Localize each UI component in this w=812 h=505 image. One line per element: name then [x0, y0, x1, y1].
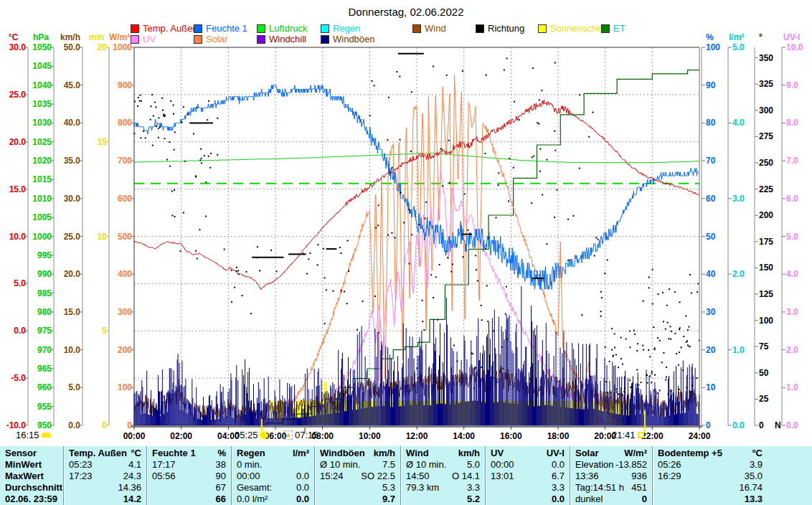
svg-text:10: 10	[706, 382, 716, 392]
svg-text:955: 955	[37, 402, 52, 412]
time-annotation: 16:15	[16, 430, 51, 440]
svg-text:15.0: 15.0	[9, 184, 27, 194]
svg-text:1015: 1015	[32, 174, 52, 184]
table-column-uv: UVUV-I00:000.013:016.73.30.0	[485, 446, 570, 505]
table-cell: 05:263.9	[653, 459, 812, 471]
svg-text:965: 965	[37, 364, 52, 374]
legend-color-swatch	[601, 24, 610, 33]
table-cell: Regenl/m²	[232, 448, 314, 459]
time-annotation: ▲07:15	[284, 430, 318, 440]
table-cell: Tag:14:51 h451	[570, 482, 652, 494]
svg-text:80: 80	[706, 118, 716, 128]
svg-text:UV-I: UV-I	[783, 32, 800, 42]
svg-text:18:00: 18:00	[547, 431, 570, 441]
svg-text:30.0: 30.0	[9, 42, 27, 52]
svg-text:1035: 1035	[32, 99, 52, 109]
svg-text:02:00: 02:00	[170, 431, 192, 441]
legend-color-swatch	[194, 35, 202, 44]
svg-text:985: 985	[37, 288, 52, 298]
table-cell: 13:016.7	[486, 471, 570, 482]
svg-text:75: 75	[759, 341, 769, 351]
svg-text:5: 5	[102, 326, 107, 336]
annotation-time: 16:15	[16, 430, 39, 440]
legend-label: UV	[143, 34, 156, 44]
svg-text:1.0: 1.0	[732, 345, 745, 355]
svg-text:10.0: 10.0	[64, 345, 81, 355]
svg-text:995: 995	[37, 250, 52, 260]
svg-text:10.0: 10.0	[786, 42, 803, 52]
legend-item-sonnenschein: Sonnenschein	[538, 24, 609, 33]
svg-text:150: 150	[759, 263, 773, 273]
legend-color-swatch	[321, 24, 329, 33]
svg-text:1010: 1010	[32, 194, 52, 204]
svg-text:0: 0	[759, 420, 764, 430]
legend-item-feuchte-1: Feuchte 1	[194, 24, 247, 33]
weather-plot: -10.0-5.00.05.010.015.020.025.030.0°C950…	[0, 0, 812, 446]
svg-text:2.0: 2.0	[786, 345, 798, 355]
table-column-bodentemp-5: Bodentemp +5°C05:263.916:2935.016.7413.3	[652, 446, 812, 505]
svg-text:25.0: 25.0	[9, 90, 27, 100]
svg-text:250: 250	[759, 158, 773, 168]
svg-text:10.0: 10.0	[9, 232, 27, 242]
table-cell: 9.7	[315, 494, 400, 505]
sun-icon	[260, 432, 267, 438]
table-cell: Elevation-13.852	[570, 459, 652, 471]
table-cell: 5.3	[315, 482, 400, 494]
legend-item-regen: Regen	[321, 24, 360, 33]
legend-item-solar: Solar	[194, 34, 227, 44]
legend-item-windb-en: Windböen	[321, 34, 375, 44]
svg-text:5.0: 5.0	[732, 42, 745, 52]
arrow-up-icon: ▲	[284, 430, 293, 440]
svg-text:1040: 1040	[32, 80, 52, 90]
table-cell: 15:24SO 22.5	[315, 471, 400, 482]
square-icon	[638, 432, 644, 438]
svg-text:45.0: 45.0	[64, 80, 81, 90]
legend-item-uv: UV	[131, 34, 156, 44]
table-cell: 16:2935.0	[653, 471, 812, 482]
svg-text:1045: 1045	[32, 61, 52, 71]
legend-item-richtung: Richtung	[476, 24, 524, 33]
svg-text:10: 10	[98, 232, 108, 242]
legend-label: ET	[613, 23, 625, 34]
svg-text:25: 25	[759, 394, 769, 404]
svg-text:10:00: 10:00	[359, 431, 381, 441]
table-cell: 13.3	[653, 494, 812, 505]
table-cell: 14.2	[64, 494, 146, 505]
time-annotation: 05:25	[235, 430, 267, 440]
legend-color-swatch	[131, 24, 139, 33]
svg-text:14:00: 14:00	[453, 431, 475, 441]
svg-text:0: 0	[127, 420, 132, 430]
table-cell: 5.2	[401, 494, 485, 505]
cloud-icon	[42, 433, 51, 438]
svg-text:1.0: 1.0	[786, 382, 798, 392]
table-column-windb-en: Windböenkm/hØ 10 min.7.515:24SO 22.55.39…	[314, 446, 400, 505]
table-cell: 67	[147, 482, 231, 494]
legend-label: Regen	[333, 23, 360, 34]
svg-text:W/m²: W/m²	[109, 32, 130, 42]
svg-text:8.0: 8.0	[786, 118, 798, 128]
page-title: Donnerstag, 02.06.2022	[0, 6, 812, 18]
table-cell: dunkel0	[570, 494, 652, 505]
summary-table: SensorMinWertMaxWertDurchschnitt02.06. 2…	[0, 446, 812, 505]
svg-text:30: 30	[706, 307, 716, 317]
legend-color-swatch	[131, 35, 139, 44]
table-cell: 00:000.0	[232, 471, 314, 482]
svg-text:5.0: 5.0	[14, 278, 26, 288]
svg-text:100: 100	[118, 382, 132, 392]
svg-text:900: 900	[118, 80, 132, 90]
svg-text:1000: 1000	[32, 232, 52, 242]
table-cell: 05:5690	[147, 471, 231, 482]
table-cell: Ø 10 min.7.5	[315, 459, 400, 471]
svg-text:325: 325	[759, 79, 773, 89]
svg-text:980: 980	[37, 307, 52, 317]
svg-text:125: 125	[759, 289, 773, 299]
legend-item-luftdruck: Luftdruck	[257, 24, 307, 33]
table-cell: MinWert	[0, 459, 63, 471]
table-cell: 0 min.	[232, 459, 314, 471]
table-cell: Sensor	[0, 448, 63, 459]
legend-label: Luftdruck	[269, 23, 307, 34]
svg-text:°: °	[759, 32, 763, 42]
table-cell: 05:234.1	[64, 459, 146, 471]
table-column-regen: Regenl/m²0 min.00:000.0Gesamt:0.00.0 l/m…	[231, 446, 314, 505]
svg-text:l/m²: l/m²	[729, 32, 744, 42]
